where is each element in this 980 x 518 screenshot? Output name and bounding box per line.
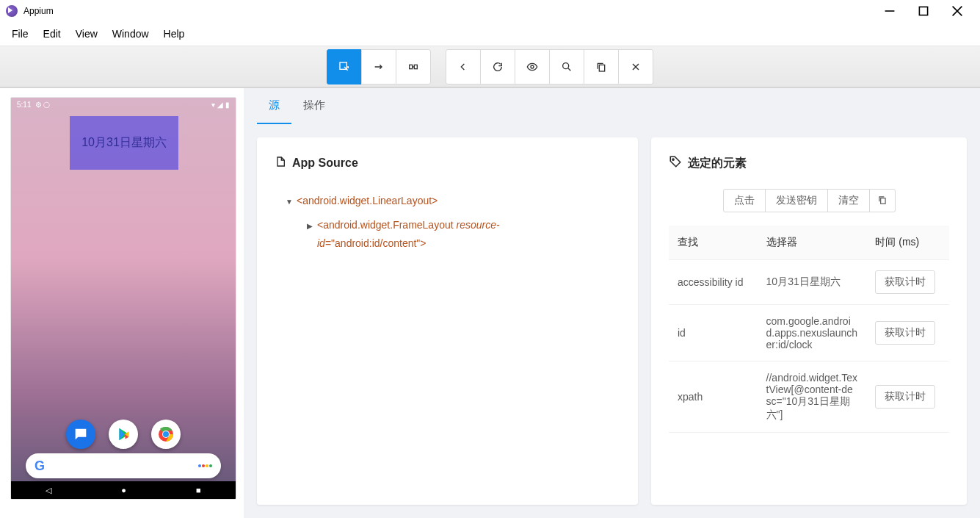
select-element-button[interactable] [327,49,362,84]
svg-point-17 [672,159,674,160]
toolbar [0,46,980,87]
svg-line-10 [568,68,570,71]
collapse-caret-icon[interactable]: ▶ [302,220,317,233]
menu-edit[interactable]: Edit [36,24,68,44]
selected-element-panel: 选定的元素 点击 发送密钥 清空 查找 选择器 时间 (ms) [651,137,967,505]
header-find: 查找 [669,226,758,260]
app-icon [6,5,18,17]
tap-action-button[interactable]: 点击 [723,189,766,212]
signal-icon: ◢ [217,101,223,109]
circle-icon: ◯ [43,101,50,108]
panels: App Source ▼ <android.widget.LinearLayou… [244,124,980,518]
get-timing-button[interactable]: 获取计时 [875,385,935,409]
tabs: 源 操作 [244,88,980,124]
cell-find: id [669,305,758,361]
table-row: accessibility id 10月31日星期六 获取计时 [669,260,949,305]
selection-mode-group [327,49,431,84]
table-row: xpath //android.widget.TextView[@content… [669,361,949,433]
chrome-icon [151,420,181,449]
content: 5:11 ⚙ ◯ ▾ ◢ ▮ 10月31日星期六 G [0,87,980,518]
device-status-bar: 5:11 ⚙ ◯ ▾ ◢ ▮ [11,98,236,111]
device-pane: 5:11 ⚙ ◯ ▾ ◢ ▮ 10月31日星期六 G [0,88,244,518]
device-nav-bar: ◁ ● ■ [11,481,236,499]
table-header-row: 查找 选择器 时间 (ms) [669,226,949,260]
locator-table: 查找 选择器 时间 (ms) accessibility id 10月31日星期… [669,226,949,433]
table-row: id com.google.android.apps.nexuslauncher… [669,305,949,361]
swipe-button[interactable] [361,49,396,84]
cell-selector: //android.widget.TextView[@content-desc=… [758,361,867,433]
svg-rect-18 [880,198,885,204]
clock-widget-highlight[interactable]: 10月31日星期六 [70,116,178,170]
menu-view[interactable]: View [68,24,105,44]
svg-point-16 [163,431,169,437]
menu-help[interactable]: Help [156,24,192,44]
source-tree: ▼ <android.widget.LinearLayout> ▶ <andro… [275,189,620,256]
selected-element-title: 选定的元素 [669,155,949,171]
app-source-panel: App Source ▼ <android.widget.LinearLayou… [257,137,638,505]
tree-child-attr-value: "android:id/content" [331,237,420,249]
tree-root-tag: android.widget.LinearLayout [302,195,432,206]
tree-child-tag: android.widget.FrameLayout [323,219,453,231]
tag-icon [669,155,682,171]
battery-icon: ▮ [225,101,230,109]
nav-back-icon: ◁ [46,486,51,495]
element-actions: 点击 发送密钥 清空 [669,189,949,212]
gear-icon: ⚙ [35,101,42,109]
app-title: Appium [23,6,54,16]
copy-action-button[interactable] [869,189,896,212]
svg-rect-1 [919,7,927,15]
main-area: 源 操作 App Source ▼ <android.widget.Linear… [244,88,980,518]
expand-caret-icon[interactable]: ▼ [282,195,297,209]
minimize-button[interactable] [873,0,907,22]
google-search-bar: G [26,453,221,478]
messages-app-icon [66,420,95,449]
play-store-icon [109,420,138,449]
maximize-button[interactable] [907,0,940,22]
app-source-title: App Source [275,155,620,171]
send-keys-action-button[interactable]: 发送密钥 [765,189,828,212]
copy-button[interactable] [584,49,619,84]
device-dock [11,420,236,449]
tree-node-root[interactable]: ▼ <android.widget.LinearLayout> [282,189,620,213]
menu-window[interactable]: Window [105,24,156,44]
wifi-icon: ▾ [211,101,215,109]
app-source-title-text: App Source [292,157,358,170]
cell-find: accessibility id [669,260,758,305]
clear-action-button[interactable]: 清空 [827,189,870,212]
menubar: File Edit View Window Help [0,22,980,46]
tap-coordinates-button[interactable] [396,49,431,84]
device-time: 5:11 [17,101,31,109]
titlebar: Appium [0,0,980,22]
cell-find: xpath [669,361,758,433]
selected-element-title-text: 选定的元素 [688,156,747,171]
window-controls [873,0,974,22]
device-screenshot[interactable]: 5:11 ⚙ ◯ ▾ ◢ ▮ 10月31日星期六 G [10,97,236,500]
menu-file[interactable]: File [4,24,36,44]
get-timing-button[interactable]: 获取计时 [875,270,935,294]
refresh-button[interactable] [480,49,515,84]
tab-source[interactable]: 源 [257,88,291,124]
svg-rect-6 [414,65,417,68]
file-icon [275,155,286,171]
get-timing-button[interactable]: 获取计时 [875,321,935,345]
header-selector: 选择器 [758,226,867,260]
recording-button[interactable] [515,49,550,84]
google-logo-icon: G [35,458,45,474]
nav-home-icon: ● [121,486,126,494]
clock-widget-text: 10月31日星期六 [81,135,167,151]
tab-actions[interactable]: 操作 [291,88,337,124]
close-window-button[interactable] [940,0,974,22]
cell-selector: 10月31日星期六 [758,260,867,305]
close-session-button[interactable] [618,49,653,84]
nav-recents-icon: ■ [196,486,201,494]
assistant-icon [198,464,212,467]
svg-rect-11 [599,65,604,71]
back-button[interactable] [446,49,481,84]
svg-rect-5 [410,65,413,68]
tree-node-child[interactable]: ▶ <android.widget.FrameLayout resource-i… [302,213,620,256]
cell-selector: com.google.android.apps.nexuslauncher:id… [758,305,867,361]
svg-point-9 [563,62,569,68]
header-time: 时间 (ms) [866,226,949,260]
session-group [446,49,653,84]
search-button[interactable] [549,49,584,84]
